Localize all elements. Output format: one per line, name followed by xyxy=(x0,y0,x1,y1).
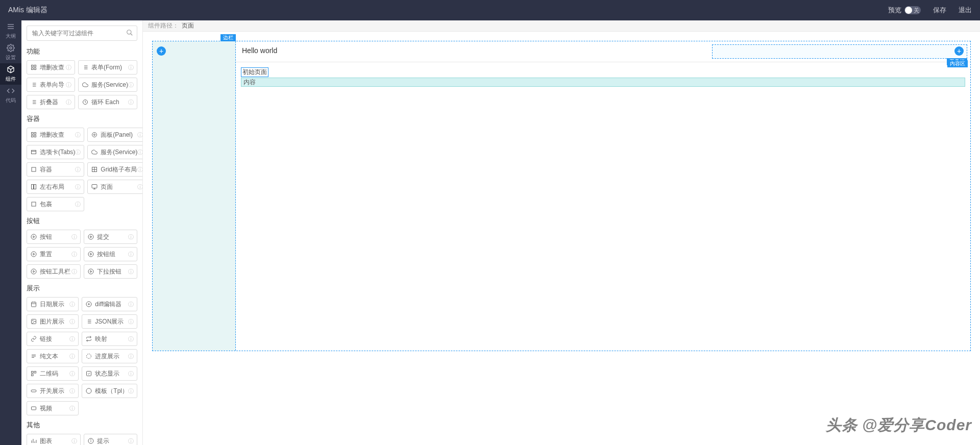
nav-item-cube[interactable]: 组件 xyxy=(0,63,21,85)
page-outline[interactable]: 边栏 + Hello world + 工具栏 内容区 初始页面 内容 xyxy=(152,41,971,351)
search-input[interactable] xyxy=(27,26,137,41)
component-item[interactable]: Grid格子布局ⓘ xyxy=(87,162,143,177)
nav-item-menu[interactable]: 大纲 xyxy=(0,20,21,42)
play-icon xyxy=(30,234,37,240)
component-item[interactable]: 模板（Tpl）ⓘ xyxy=(82,384,137,398)
nav-item-gear[interactable]: 设置 xyxy=(0,42,21,63)
save-button[interactable]: 保存 xyxy=(933,6,946,15)
info-icon[interactable]: ⓘ xyxy=(128,268,134,276)
toggle-switch[interactable]: 关 xyxy=(904,6,921,14)
component-item[interactable]: 容器ⓘ xyxy=(27,162,84,177)
info-icon[interactable]: ⓘ xyxy=(128,301,134,308)
info-icon[interactable]: ⓘ xyxy=(128,387,134,395)
component-item[interactable]: 左右布局ⓘ xyxy=(27,180,84,194)
component-item[interactable]: 映射ⓘ xyxy=(82,332,137,346)
component-item[interactable]: 重置ⓘ xyxy=(27,247,81,261)
info-icon[interactable]: ⓘ xyxy=(71,251,77,258)
info-icon[interactable]: ⓘ xyxy=(69,335,75,343)
add-toolbar-button[interactable]: + xyxy=(954,46,964,56)
info-icon[interactable]: ⓘ xyxy=(128,335,134,343)
svg-rect-36 xyxy=(32,151,36,154)
info-icon[interactable]: ⓘ xyxy=(128,233,134,241)
info-icon[interactable]: ⓘ xyxy=(128,64,134,71)
component-item[interactable]: 页面ⓘ xyxy=(87,180,143,194)
component-item[interactable]: 服务(Service)ⓘ xyxy=(78,78,137,92)
body-region[interactable]: 内容区 初始页面 内容 xyxy=(236,62,970,351)
preview-label: 预览 xyxy=(888,6,901,15)
content-element[interactable]: 内容 xyxy=(241,78,965,87)
component-item[interactable]: 按钮ⓘ xyxy=(27,230,81,244)
info-icon[interactable]: ⓘ xyxy=(69,301,75,308)
info-icon[interactable]: ⓘ xyxy=(137,183,143,191)
info-icon[interactable]: ⓘ xyxy=(75,131,81,139)
info-icon[interactable]: ⓘ xyxy=(128,98,134,106)
info-icon[interactable]: ⓘ xyxy=(128,353,134,360)
info-icon[interactable]: ⓘ xyxy=(69,353,75,360)
info-icon[interactable]: ⓘ xyxy=(69,405,75,412)
exit-button[interactable]: 退出 xyxy=(959,6,972,15)
component-item[interactable]: 折叠器ⓘ xyxy=(27,95,75,109)
component-item[interactable]: 二维码ⓘ xyxy=(27,366,79,381)
component-item[interactable]: 链接ⓘ xyxy=(27,332,79,346)
component-item[interactable]: 日期展示ⓘ xyxy=(27,297,79,311)
info-icon[interactable]: ⓘ xyxy=(71,437,77,445)
info-icon[interactable]: ⓘ xyxy=(69,318,75,326)
aside-region[interactable]: 边栏 + xyxy=(153,41,236,351)
info-icon[interactable]: ⓘ xyxy=(71,268,77,276)
toolbar-region[interactable]: + 工具栏 xyxy=(712,44,967,59)
page-title[interactable]: Hello world xyxy=(236,41,712,62)
tpl-element[interactable]: 初始页面 xyxy=(241,67,268,77)
component-item[interactable]: 纯文本ⓘ xyxy=(27,349,79,363)
component-item[interactable]: 按钮组ⓘ xyxy=(84,247,138,261)
component-item[interactable]: 服务(Service)ⓘ xyxy=(87,145,143,159)
component-item[interactable]: 图表ⓘ xyxy=(27,434,81,445)
component-item[interactable]: 面板(Panel)ⓘ xyxy=(87,128,143,142)
component-item[interactable]: 增删改查ⓘ xyxy=(27,128,84,142)
info-icon[interactable]: ⓘ xyxy=(137,166,143,174)
component-item[interactable]: JSON展示ⓘ xyxy=(82,314,137,329)
info-icon[interactable]: ⓘ xyxy=(69,387,75,395)
component-item[interactable]: 视频ⓘ xyxy=(27,401,79,415)
info-icon[interactable]: ⓘ xyxy=(75,166,81,174)
info-icon[interactable]: ⓘ xyxy=(128,251,134,258)
component-item[interactable]: 包裹ⓘ xyxy=(27,197,84,211)
component-item[interactable]: 选项卡(Tabs)ⓘ xyxy=(27,145,84,159)
component-item[interactable]: 状态显示ⓘ xyxy=(82,366,137,381)
component-item[interactable]: 按钮工具栏ⓘ xyxy=(27,264,81,279)
component-item[interactable]: 增删改查ⓘ xyxy=(27,60,75,75)
component-item[interactable]: 进度展示ⓘ xyxy=(82,349,137,363)
component-item[interactable]: 表单(Form)ⓘ xyxy=(78,60,137,75)
search-icon[interactable] xyxy=(126,29,133,38)
info-icon[interactable]: ⓘ xyxy=(137,149,143,156)
preview-toggle[interactable]: 预览 关 xyxy=(888,6,921,15)
component-item[interactable]: 下拉按钮ⓘ xyxy=(84,264,138,279)
component-item[interactable]: 循环 Eachⓘ xyxy=(78,95,137,109)
info-icon[interactable]: ⓘ xyxy=(66,81,71,89)
component-item[interactable]: 提示ⓘ xyxy=(84,434,138,445)
grid-icon xyxy=(30,132,37,138)
info-icon[interactable]: ⓘ xyxy=(69,370,75,378)
component-item[interactable]: 提交ⓘ xyxy=(84,230,138,244)
info-icon[interactable]: ⓘ xyxy=(128,437,134,445)
breadcrumb-path[interactable]: 页面 xyxy=(182,21,194,30)
info-icon[interactable]: ⓘ xyxy=(75,201,81,208)
canvas-body[interactable]: 边栏 + Hello world + 工具栏 内容区 初始页面 内容 xyxy=(143,32,980,445)
component-item[interactable]: 开关展示ⓘ xyxy=(27,384,79,398)
nav-item-code[interactable]: 代码 xyxy=(0,85,21,106)
component-item[interactable]: 表单向导ⓘ xyxy=(27,78,75,92)
component-item[interactable]: diff编辑器ⓘ xyxy=(82,297,137,311)
info-icon[interactable]: ⓘ xyxy=(66,64,71,71)
info-icon[interactable]: ⓘ xyxy=(137,131,143,139)
component-label: 左右布局 xyxy=(40,183,75,191)
info-icon[interactable]: ⓘ xyxy=(71,233,77,241)
info-icon[interactable]: ⓘ xyxy=(75,149,81,156)
info-icon[interactable]: ⓘ xyxy=(128,370,134,378)
add-aside-button[interactable]: + xyxy=(157,46,166,56)
play-icon xyxy=(30,268,37,275)
info-icon[interactable]: ⓘ xyxy=(128,81,134,89)
component-item[interactable]: 图片展示ⓘ xyxy=(27,314,79,329)
play-icon xyxy=(30,251,37,257)
info-icon[interactable]: ⓘ xyxy=(66,98,71,106)
info-icon[interactable]: ⓘ xyxy=(75,183,81,191)
info-icon[interactable]: ⓘ xyxy=(128,318,134,326)
